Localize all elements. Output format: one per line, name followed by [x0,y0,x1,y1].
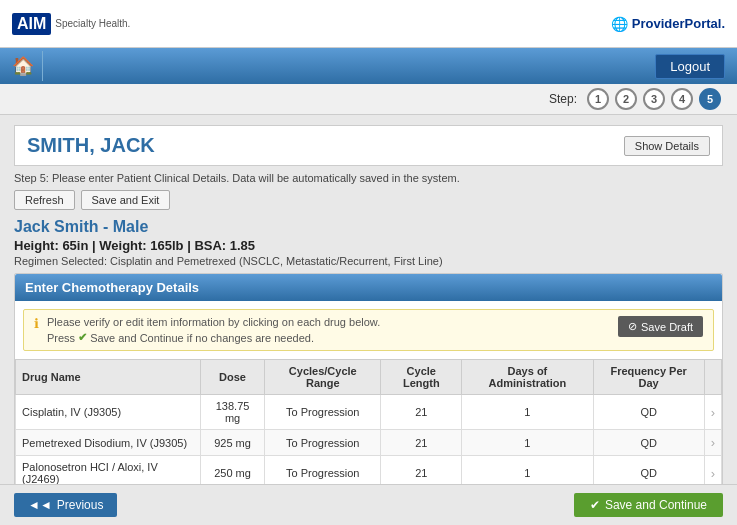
col-drug-name: Drug Name [16,360,201,395]
patient-full-name: Jack Smith - Male [14,218,723,236]
save-draft-label: Save Draft [641,321,693,333]
save-exit-button[interactable]: Save and Exit [81,190,171,210]
bottom-bar: ◄◄ Previous ✔ Save and Continue [0,484,737,525]
row-arrow[interactable]: › [704,395,721,430]
table-row[interactable]: Pemetrexed Disodium, IV (J9305) 925 mg T… [16,430,722,456]
patient-header: SMITH, JACK Show Details [14,125,723,166]
chemo-header: Enter Chemotherapy Details [15,274,722,301]
row-arrow[interactable]: › [704,456,721,485]
table-row[interactable]: Cisplatin, IV (J9305) 138.75 mg To Progr… [16,395,722,430]
col-cycle-length: Cycle Length [381,360,462,395]
provider-portal-logo: 🌐 ProviderPortal. [611,16,725,32]
patient-vitals: Height: 65in | Weight: 165lb | BSA: 1.85 [14,238,723,253]
freq: QD [593,456,704,485]
logo-subtitle: Specialty Health. [55,18,130,30]
prev-label: Previous [57,498,104,512]
dose: 250 mg [200,456,264,485]
alert-box: ℹ Please verify or edit item information… [23,309,714,351]
logout-button[interactable]: Logout [655,54,725,79]
drug-table: Drug Name Dose Cycles/Cycle Range Cycle … [15,359,722,484]
home-icon[interactable]: 🏠 [12,55,34,77]
step-2[interactable]: 2 [615,88,637,110]
cycles: To Progression [265,395,381,430]
patient-name-title: SMITH, JACK [27,134,155,157]
step-4[interactable]: 4 [671,88,693,110]
cycles: To Progression [265,430,381,456]
cycles: To Progression [265,456,381,485]
cycle-length: 21 [381,430,462,456]
steps-label: Step: [549,92,577,106]
save-draft-button[interactable]: ⊘ Save Draft [618,316,703,337]
freq: QD [593,430,704,456]
save-continue-icon: ✔ [590,498,600,512]
step-instruction: Step 5: Please enter Patient Clinical De… [14,172,723,184]
alert-text-line1: Please verify or edit item information b… [47,316,380,328]
info-icon: ℹ [34,316,39,331]
action-buttons: Refresh Save and Exit [14,190,723,210]
col-cycles: Cycles/Cycle Range [265,360,381,395]
aim-logo: AIM [12,13,51,35]
previous-button[interactable]: ◄◄ Previous [14,493,117,517]
step-3[interactable]: 3 [643,88,665,110]
table-row[interactable]: Palonosetron HCI / Aloxi, IV (J2469) 250… [16,456,722,485]
days-admin: 1 [462,456,593,485]
save-draft-icon: ⊘ [628,320,637,333]
logo: AIM Specialty Health. [12,13,130,35]
col-freq: Frequency Per Day [593,360,704,395]
drug-name: Pemetrexed Disodium, IV (J9305) [16,430,201,456]
cycle-length: 21 [381,456,462,485]
chemo-details-box: Enter Chemotherapy Details ℹ Please veri… [14,273,723,484]
alert-text-line2: Press ✔ Save and Continue if no changes … [47,331,380,344]
refresh-button[interactable]: Refresh [14,190,75,210]
patient-regimen: Regimen Selected: Cisplatin and Pemetrex… [14,255,723,267]
days-admin: 1 [462,395,593,430]
step-1[interactable]: 1 [587,88,609,110]
show-details-button[interactable]: Show Details [624,136,710,156]
days-admin: 1 [462,430,593,456]
nav-bar: 🏠 Logout [0,48,737,84]
row-arrow[interactable]: › [704,430,721,456]
steps-bar: Step: 1 2 3 4 5 [0,84,737,115]
globe-icon: 🌐 [611,16,628,32]
check-icon: ✔ [78,331,87,344]
dose: 138.75 mg [200,395,264,430]
col-days-admin: Days of Administration [462,360,593,395]
col-arrow [704,360,721,395]
step-5[interactable]: 5 [699,88,721,110]
save-continue-label: Save and Continue [605,498,707,512]
prev-icon: ◄◄ [28,498,52,512]
save-continue-button[interactable]: ✔ Save and Continue [574,493,723,517]
cycle-length: 21 [381,395,462,430]
main-content: SMITH, JACK Show Details Step 5: Please … [0,115,737,484]
provider-portal-text: ProviderPortal. [632,16,725,31]
freq: QD [593,395,704,430]
drug-name: Palonosetron HCI / Aloxi, IV (J2469) [16,456,201,485]
dose: 925 mg [200,430,264,456]
drug-name: Cisplatin, IV (J9305) [16,395,201,430]
patient-info: Jack Smith - Male Height: 65in | Weight:… [14,218,723,267]
col-dose: Dose [200,360,264,395]
